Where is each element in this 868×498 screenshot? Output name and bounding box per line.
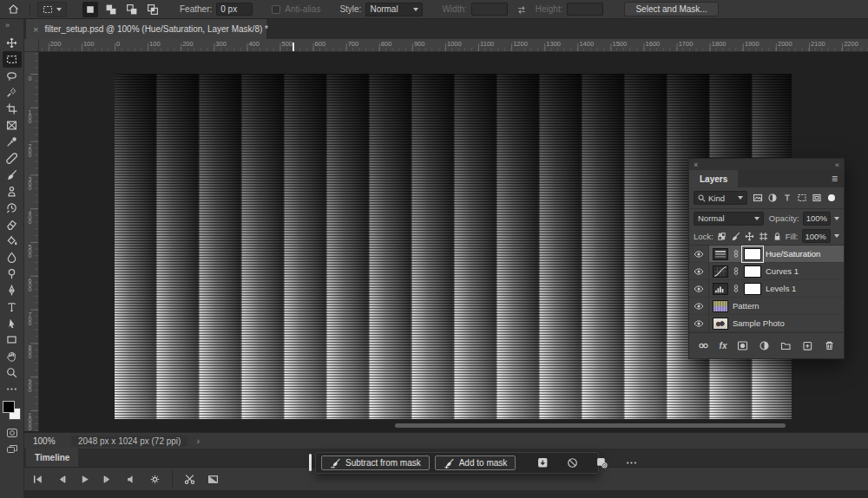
- layer-row-hue-saturation[interactable]: Hue/Saturation: [689, 246, 844, 263]
- history-brush-tool-icon[interactable]: [3, 200, 22, 216]
- opacity-input[interactable]: 100%: [803, 212, 831, 226]
- layer-name[interactable]: Sample Photo: [733, 318, 785, 328]
- lock-all-icon[interactable]: [773, 232, 782, 241]
- timeline-tab[interactable]: Timeline: [26, 449, 78, 467]
- path-selection-tool-icon[interactable]: [3, 315, 22, 331]
- paint-bucket-tool-icon[interactable]: [3, 233, 22, 249]
- layer-row-pattern[interactable]: Pattern: [689, 298, 844, 315]
- shape-layer-filter-icon[interactable]: [797, 193, 807, 203]
- more-options-icon[interactable]: [621, 455, 641, 471]
- transition-icon[interactable]: [202, 470, 223, 488]
- swap-dimensions-icon[interactable]: [516, 4, 527, 15]
- lock-artboard-icon[interactable]: [759, 232, 768, 241]
- add-layer-mask-icon[interactable]: [737, 340, 748, 351]
- horizontal-scrollbar[interactable]: [395, 423, 786, 428]
- photo-thumbnail[interactable]: [713, 318, 728, 330]
- color-swatches[interactable]: [2, 401, 23, 423]
- intersect-selection-icon[interactable]: [145, 2, 161, 17]
- brush-tool-icon[interactable]: [3, 167, 22, 183]
- clone-stamp-tool-icon[interactable]: [3, 183, 22, 200]
- curves-thumbnail[interactable]: [713, 265, 728, 278]
- visibility-eye-icon[interactable]: [689, 280, 709, 297]
- mask-link-icon[interactable]: [733, 284, 740, 293]
- type-tool-icon[interactable]: [3, 298, 22, 315]
- document-tab[interactable]: × filter_setup.psd @ 100% (Hue/Saturatio…: [26, 19, 266, 39]
- eyedropper-tool-icon[interactable]: [3, 134, 22, 150]
- visibility-eye-icon[interactable]: [689, 263, 709, 279]
- visibility-eye-icon[interactable]: [689, 315, 709, 331]
- feather-input[interactable]: [216, 3, 253, 16]
- select-and-mask-button[interactable]: Select and Mask...: [624, 2, 718, 16]
- style-select[interactable]: Normal: [365, 3, 423, 16]
- vertical-ruler[interactable]: 01002003004005006007008009001000: [24, 52, 39, 431]
- lasso-tool-icon[interactable]: [3, 68, 22, 84]
- blend-mode-select[interactable]: Normal: [694, 212, 764, 226]
- layer-name[interactable]: Hue/Saturation: [766, 249, 820, 259]
- status-chevron-icon[interactable]: ›: [196, 436, 200, 446]
- filter-toggle-icon[interactable]: [826, 193, 837, 203]
- anti-alias-checkbox[interactable]: [272, 5, 280, 14]
- zoom-tool-icon[interactable]: [3, 364, 22, 381]
- quick-mask-icon[interactable]: [3, 426, 22, 440]
- eraser-tool-icon[interactable]: [3, 216, 22, 233]
- crop-tool-icon[interactable]: [3, 101, 22, 117]
- dodge-tool-icon[interactable]: [3, 265, 22, 282]
- layer-row-levels[interactable]: Levels 1: [689, 280, 844, 298]
- levels-thumbnail[interactable]: [713, 283, 728, 295]
- blur-tool-icon[interactable]: [3, 249, 22, 265]
- foreground-color-swatch[interactable]: [3, 401, 15, 413]
- pen-tool-icon[interactable]: [3, 282, 22, 298]
- play-icon[interactable]: [74, 470, 95, 488]
- rectangle-tool-icon[interactable]: [3, 331, 22, 348]
- new-adjustment-layer-icon[interactable]: [759, 340, 770, 351]
- toolbar-grip-handle[interactable]: [309, 454, 312, 471]
- layers-tab[interactable]: Layers: [689, 170, 738, 187]
- hue-saturation-thumbnail[interactable]: [713, 248, 728, 260]
- adjustment-layer-filter-icon[interactable]: [767, 193, 778, 203]
- layer-mask-thumbnail[interactable]: [744, 265, 761, 278]
- chevron-down-icon[interactable]: [834, 234, 839, 238]
- height-input[interactable]: [567, 3, 603, 16]
- layer-style-fx-icon[interactable]: fx: [720, 341, 727, 351]
- layer-row-curves[interactable]: Curves 1: [689, 263, 844, 280]
- subtract-from-mask-button[interactable]: Subtract from mask: [321, 455, 430, 470]
- layer-row-sample-photo[interactable]: Sample Photo: [689, 315, 844, 332]
- split-at-playhead-icon[interactable]: [172, 470, 200, 488]
- healing-brush-tool-icon[interactable]: [3, 150, 22, 167]
- edit-toolbar-ellipsis-icon[interactable]: [3, 381, 22, 397]
- lock-position-icon[interactable]: [745, 232, 754, 241]
- output-mask-icon[interactable]: [533, 455, 552, 471]
- hand-tool-icon[interactable]: [3, 348, 22, 364]
- first-frame-icon[interactable]: [27, 470, 48, 488]
- add-to-mask-button[interactable]: Add to mask: [435, 455, 516, 470]
- layer-mask-thumbnail[interactable]: [744, 248, 761, 260]
- home-icon[interactable]: [0, 3, 26, 15]
- mask-link-icon[interactable]: [733, 266, 740, 276]
- horizontal-ruler[interactable]: 2001000100200300400500600700800900100011…: [24, 39, 868, 52]
- panel-close-icon[interactable]: ×: [694, 161, 698, 169]
- subtract-from-selection-icon[interactable]: [124, 2, 140, 17]
- magic-wand-tool-icon[interactable]: [3, 84, 22, 101]
- panel-collapse-icon[interactable]: «: [835, 161, 839, 169]
- pattern-thumbnail[interactable]: [713, 300, 728, 312]
- add-to-selection-icon[interactable]: [103, 2, 119, 17]
- audio-icon[interactable]: [121, 470, 141, 488]
- rectangular-marquee-tool-icon[interactable]: [3, 51, 22, 68]
- disable-mask-icon[interactable]: [562, 455, 582, 471]
- zoom-level-field[interactable]: 100%: [33, 436, 71, 446]
- new-layer-icon[interactable]: [802, 340, 813, 351]
- mask-settings-icon[interactable]: [592, 455, 611, 471]
- toolbar-collapse-icon[interactable]: »: [0, 19, 10, 31]
- layer-mask-thumbnail[interactable]: [744, 283, 761, 295]
- close-tab-icon[interactable]: ×: [33, 24, 38, 35]
- move-tool-icon[interactable]: [3, 35, 22, 51]
- lock-transparent-icon[interactable]: [717, 232, 727, 241]
- panel-menu-icon[interactable]: ≡: [832, 173, 844, 185]
- mask-link-icon[interactable]: [733, 249, 740, 259]
- layer-name[interactable]: Curves 1: [766, 266, 799, 276]
- new-selection-icon[interactable]: [82, 2, 98, 17]
- screen-mode-icon[interactable]: [3, 442, 22, 456]
- visibility-eye-icon[interactable]: [689, 246, 709, 262]
- smart-object-filter-icon[interactable]: [812, 193, 822, 203]
- link-layers-icon[interactable]: [698, 340, 709, 351]
